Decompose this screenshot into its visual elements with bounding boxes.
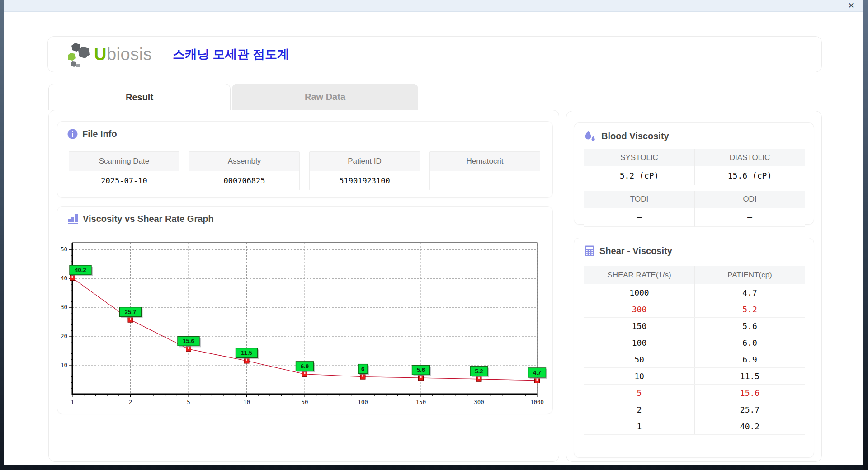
file-info-fields: Scanning Date 2025-07-10Assembly 0007068… <box>69 151 540 190</box>
bv-header-cell: TODI <box>584 191 694 208</box>
blood-drops-icon <box>584 130 597 142</box>
result-panel: File Info Scanning Date 2025-07-10Assemb… <box>48 110 559 462</box>
sv-patient-cell: 6.9 <box>694 351 805 367</box>
sv-shear-cell: 2 <box>584 401 694 418</box>
sv-data-row: 1 40.2 <box>584 418 805 435</box>
blood-viscosity-table: SYSTOLICDIASTOLIC5.2 (cP)15.6 (cP)TODIOD… <box>584 149 805 227</box>
sv-data-row: 1000 4.7 <box>584 284 805 301</box>
svg-text:50: 50 <box>301 399 308 405</box>
shear-viscosity-card: Shear - Viscosity SHEAR RATE(1/s)PATIENT… <box>574 238 814 458</box>
tab-result[interactable]: Result <box>48 84 231 110</box>
sv-data-row: 2 25.7 <box>584 401 805 418</box>
file-info-field: Scanning Date 2025-07-10 <box>69 151 179 190</box>
tab-raw-data[interactable]: Raw Data <box>232 84 418 110</box>
ubiosis-logo: Ubiosis <box>67 41 152 67</box>
svg-text:5: 5 <box>187 399 190 405</box>
info-icon <box>67 129 78 139</box>
sv-shear-cell: 1 <box>584 418 694 434</box>
sv-header-row: SHEAR RATE(1/s)PATIENT(cp) <box>584 266 805 284</box>
bv-value-row: 5.2 (cP)15.6 (cP) <box>584 166 805 185</box>
graph-title: Viscosity vs Shear Rate Graph <box>83 214 214 224</box>
sv-shear-cell: 150 <box>584 318 694 334</box>
svg-text:15.6: 15.6 <box>183 338 194 344</box>
sv-data-row: 150 5.6 <box>584 318 805 334</box>
blood-viscosity-title: Blood Viscosity <box>601 131 669 141</box>
file-info-field: Hematocrit <box>429 151 540 190</box>
field-label: Scanning Date <box>69 152 179 171</box>
sv-data-row: 100 6.0 <box>584 334 805 351</box>
svg-text:50: 50 <box>61 246 67 253</box>
sv-patient-cell: 11.5 <box>694 368 805 384</box>
field-label: Hematocrit <box>430 152 540 171</box>
sv-patient-cell: 40.2 <box>694 418 805 434</box>
svg-text:100: 100 <box>358 399 368 405</box>
window-close-icon[interactable]: ✕ <box>848 1 854 10</box>
sv-data-row: 300 5.2 <box>584 301 805 318</box>
logo-hexagon-cluster-icon <box>67 41 92 67</box>
desktop-edge <box>863 0 868 470</box>
svg-text:2: 2 <box>129 399 132 405</box>
field-label: Patient ID <box>310 152 420 171</box>
svg-text:5.2: 5.2 <box>475 368 483 375</box>
file-info-field: Assembly 000706825 <box>189 151 300 190</box>
field-value <box>430 171 540 190</box>
sv-patient-cell: 5.2 <box>694 301 805 317</box>
bv-header-row: SYSTOLICDIASTOLIC <box>584 149 805 166</box>
header-card: Ubiosis 스캐닝 모세관 점도계 <box>47 36 822 72</box>
sv-shear-cell: 10 <box>584 368 694 384</box>
svg-text:5.6: 5.6 <box>417 367 425 373</box>
sv-header-cell: SHEAR RATE(1/s) <box>584 266 694 284</box>
field-value: 2025-07-10 <box>69 171 179 190</box>
svg-text:300: 300 <box>474 399 484 405</box>
svg-text:20: 20 <box>61 333 67 339</box>
bar-chart-icon <box>67 214 78 224</box>
sv-patient-cell: 25.7 <box>694 401 805 418</box>
bv-header-cell: DIASTOLIC <box>694 149 805 166</box>
svg-text:40: 40 <box>61 275 67 282</box>
sv-shear-cell: 300 <box>584 301 694 317</box>
viscosity-chart: 10203040501251050100150300100040.225.715… <box>57 230 553 416</box>
svg-text:10: 10 <box>243 399 250 405</box>
field-label: Assembly <box>189 152 299 171</box>
field-value: 000706825 <box>189 171 299 190</box>
svg-text:1000: 1000 <box>530 399 544 405</box>
bv-header-row: TODIODI <box>584 191 805 208</box>
svg-text:10: 10 <box>61 362 67 368</box>
file-info-card: File Info Scanning Date 2025-07-10Assemb… <box>57 121 553 198</box>
blood-viscosity-card: Blood Viscosity SYSTOLICDIASTOLIC5.2 (cP… <box>574 122 814 225</box>
viscosity-shear-plot: 10203040501251050100150300100040.225.715… <box>57 230 553 414</box>
desktop-background: ✕ Ubiosis 스캐닝 모세관 점도계 Result Raw Data <box>0 0 868 470</box>
svg-text:1: 1 <box>71 399 74 405</box>
app-title: 스캐닝 모세관 점도계 <box>173 46 289 62</box>
sv-header-cell: PATIENT(cp) <box>694 266 805 284</box>
sv-patient-cell: 4.7 <box>694 284 805 301</box>
sv-patient-cell: 5.6 <box>694 318 805 334</box>
svg-text:11.5: 11.5 <box>241 349 252 356</box>
bv-value-cell: – <box>694 208 805 227</box>
sv-shear-cell: 100 <box>584 334 694 351</box>
bv-value-cell: – <box>584 208 694 227</box>
field-value: 51901923100 <box>310 171 420 190</box>
svg-text:25.7: 25.7 <box>125 309 136 315</box>
svg-text:40.2: 40.2 <box>75 267 86 273</box>
svg-text:6.9: 6.9 <box>301 363 309 370</box>
sv-shear-cell: 1000 <box>584 284 694 301</box>
file-info-title: File Info <box>82 129 117 139</box>
graph-card: Viscosity vs Shear Rate Graph 1020304050… <box>57 206 553 414</box>
bv-value-cell: 5.2 (cP) <box>584 166 694 185</box>
sv-shear-cell: 5 <box>584 385 694 401</box>
svg-text:4.7: 4.7 <box>533 369 541 376</box>
shear-viscosity-title: Shear - Viscosity <box>599 246 672 256</box>
sv-data-row: 10 11.5 <box>584 368 805 385</box>
window-titlebar: ✕ <box>4 0 863 12</box>
sv-patient-cell: 6.0 <box>694 334 805 351</box>
sv-data-row: 5 15.6 <box>584 385 805 401</box>
logo-text: Ubiosis <box>94 45 152 64</box>
app-window: Ubiosis 스캐닝 모세관 점도계 Result Raw Data F <box>4 12 863 465</box>
svg-text:30: 30 <box>61 304 67 310</box>
sv-data-row: 50 6.9 <box>584 351 805 368</box>
bv-value-row: –– <box>584 208 805 227</box>
sv-patient-cell: 15.6 <box>694 385 805 401</box>
shear-viscosity-table: SHEAR RATE(1/s)PATIENT(cp)1000 4.7300 5.… <box>584 266 805 435</box>
bv-header-cell: SYSTOLIC <box>584 149 694 166</box>
